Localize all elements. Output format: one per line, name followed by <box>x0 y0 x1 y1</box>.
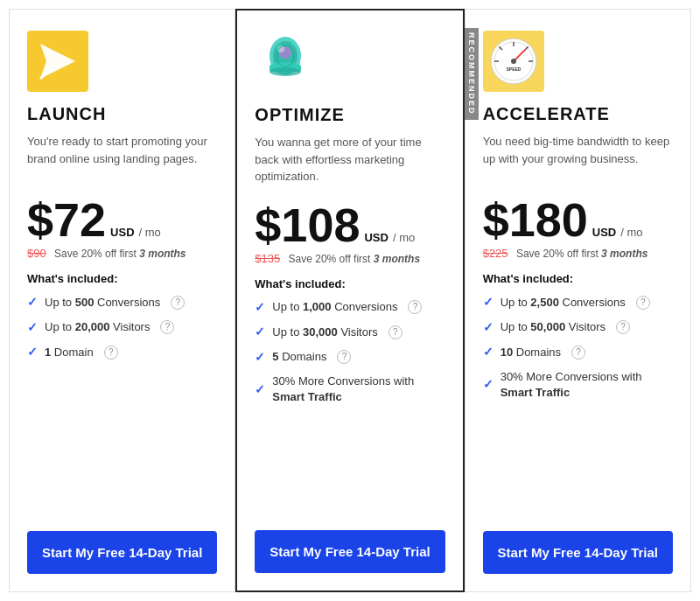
feature-text: Up to 50,000 Visitors <box>500 319 606 335</box>
feature-item: ✓ 5 Domains ? <box>255 349 444 367</box>
check-icon: ✓ <box>255 381 265 399</box>
price-original: $225 <box>483 247 508 260</box>
cta-button[interactable]: Start My Free 14-Day Trial <box>483 531 673 574</box>
plan-card-optimize: RECOMMENDED OPTIMIZE You wanna get more … <box>235 9 464 592</box>
feature-text: 1 Domain <box>45 345 94 360</box>
check-icon: ✓ <box>255 324 265 341</box>
price-amount: $108 <box>255 201 360 248</box>
check-icon: ✓ <box>483 294 494 311</box>
feature-text: 30% More Conversions with Smart Traffic <box>272 374 444 405</box>
plan-description: You're ready to start promoting your bra… <box>27 133 217 180</box>
check-icon: ✓ <box>483 376 494 394</box>
whats-included-label: What's included: <box>483 272 673 285</box>
price-currency: USD <box>110 226 134 239</box>
check-icon: ✓ <box>27 319 38 337</box>
feature-item: ✓ Up to 30,000 Visitors ? <box>255 324 444 341</box>
price-amount: $72 <box>27 196 106 243</box>
feature-text: Up to 2,500 Conversions <box>500 295 626 311</box>
price-currency: USD <box>592 226 616 239</box>
help-icon[interactable]: ? <box>408 300 422 314</box>
help-icon[interactable]: ? <box>337 350 351 364</box>
recommended-badge: RECOMMENDED <box>465 28 479 120</box>
feature-item: ✓ 30% More Conversions with Smart Traffi… <box>255 374 444 405</box>
plan-description: You wanna get more of your time back wit… <box>255 134 444 185</box>
whats-included-label: What's included: <box>27 272 217 285</box>
help-icon[interactable]: ? <box>160 320 174 334</box>
feature-text: Up to 500 Conversions <box>45 295 160 311</box>
svg-point-7 <box>270 67 301 76</box>
features-list: ✓ Up to 2,500 Conversions ? ✓ Up to 50,0… <box>483 294 673 514</box>
check-icon: ✓ <box>483 319 494 337</box>
feature-item: ✓ 30% More Conversions with Smart Traffi… <box>483 369 673 401</box>
feature-text: Up to 20,000 Visitors <box>45 319 150 335</box>
help-icon[interactable]: ? <box>636 296 650 310</box>
plan-card-accelerate: SPEED ACCELERATE You need big-time bandw… <box>465 9 691 592</box>
features-list: ✓ Up to 1,000 Conversions ? ✓ Up to 30,0… <box>255 299 444 514</box>
price-original: $135 <box>255 252 280 265</box>
feature-item: ✓ 10 Domains ? <box>483 344 673 361</box>
plan-description: You need big-time bandwidth to keep up w… <box>483 133 673 180</box>
check-icon: ✓ <box>255 349 265 367</box>
plan-icon-accelerate: SPEED <box>483 31 544 92</box>
help-icon[interactable]: ? <box>388 325 402 339</box>
help-icon[interactable]: ? <box>571 346 585 360</box>
price-currency: USD <box>364 231 388 244</box>
price-save: $90 Save 20% off first 3 months <box>27 247 217 260</box>
price-period: / mo <box>620 226 642 239</box>
svg-text:SPEED: SPEED <box>506 66 521 72</box>
price-period: / mo <box>393 231 415 244</box>
cta-button[interactable]: Start My Free 14-Day Trial <box>255 530 444 573</box>
help-icon[interactable]: ? <box>616 320 630 334</box>
check-icon: ✓ <box>27 294 38 311</box>
plan-card-launch: LAUNCH You're ready to start promoting y… <box>9 9 235 592</box>
check-icon: ✓ <box>27 344 38 361</box>
price-row: $180 USD / mo <box>483 196 673 243</box>
features-list: ✓ Up to 500 Conversions ? ✓ Up to 20,000… <box>27 294 217 514</box>
feature-item: ✓ 1 Domain ? <box>27 344 217 361</box>
svg-point-20 <box>511 59 516 64</box>
help-icon[interactable]: ? <box>171 296 185 310</box>
price-original: $90 <box>27 247 46 260</box>
cta-button[interactable]: Start My Free 14-Day Trial <box>27 531 217 574</box>
plan-icon-optimize <box>255 31 316 93</box>
feature-text: 5 Domains <box>272 349 326 365</box>
plan-name: OPTIMIZE <box>255 105 444 125</box>
price-save: $225 Save 20% off first 3 months <box>483 247 673 260</box>
check-icon: ✓ <box>483 344 494 361</box>
feature-item: ✓ Up to 500 Conversions ? <box>27 294 217 311</box>
feature-item: ✓ Up to 2,500 Conversions ? <box>483 294 673 311</box>
feature-text: Up to 1,000 Conversions <box>272 299 397 315</box>
feature-text: 30% More Conversions with Smart Traffic <box>500 369 673 401</box>
price-save: $135 Save 20% off first 3 months <box>255 252 444 265</box>
feature-text: Up to 30,000 Visitors <box>272 325 377 340</box>
check-icon: ✓ <box>255 299 265 317</box>
price-period: / mo <box>139 226 161 239</box>
help-icon[interactable]: ? <box>104 346 118 360</box>
price-amount: $180 <box>483 196 588 243</box>
whats-included-label: What's included: <box>255 277 444 290</box>
feature-item: ✓ Up to 1,000 Conversions ? <box>255 299 444 317</box>
price-row: $108 USD / mo <box>255 201 444 248</box>
plan-icon-launch <box>27 31 88 92</box>
feature-item: ✓ Up to 50,000 Visitors ? <box>483 319 673 337</box>
plan-name: ACCELERATE <box>483 104 673 124</box>
plan-name: LAUNCH <box>27 104 217 124</box>
price-row: $72 USD / mo <box>27 196 217 243</box>
feature-text: 10 Domains <box>500 345 561 360</box>
feature-item: ✓ Up to 20,000 Visitors ? <box>27 319 217 337</box>
pricing-container: LAUNCH You're ready to start promoting y… <box>0 0 700 601</box>
